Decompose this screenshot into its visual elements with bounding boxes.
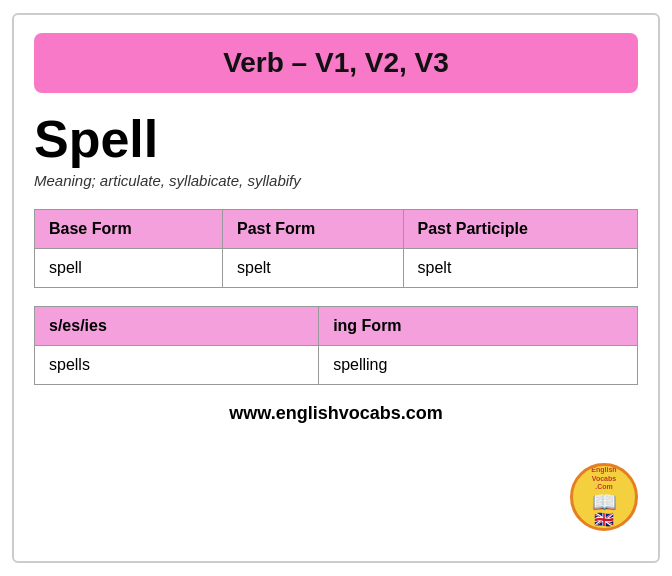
logo-book-icon: 📖 bbox=[592, 492, 617, 512]
website-url: www.englishvocabs.com bbox=[34, 403, 638, 424]
logo-text: EnglishVocabs.Com bbox=[591, 466, 616, 491]
col-base-form: Base Form bbox=[35, 210, 223, 249]
col-ses-ies: s/es/ies bbox=[35, 307, 319, 346]
logo-flag-icon: 🇬🇧 bbox=[594, 512, 614, 528]
word-title: Spell bbox=[34, 111, 638, 168]
col-past-form: Past Form bbox=[223, 210, 404, 249]
table-row: spells spelling bbox=[35, 346, 638, 385]
header-banner: Verb – V1, V2, V3 bbox=[34, 33, 638, 93]
card: Verb – V1, V2, V3 Spell Meaning; articul… bbox=[12, 13, 660, 563]
verb-forms-table: Base Form Past Form Past Participle spel… bbox=[34, 209, 638, 288]
col-past-participle: Past Participle bbox=[403, 210, 637, 249]
cell-ing: spelling bbox=[319, 346, 638, 385]
col-ing-form: ing Form bbox=[319, 307, 638, 346]
logo: EnglishVocabs.Com 📖 🇬🇧 bbox=[570, 463, 638, 531]
cell-base: spell bbox=[35, 249, 223, 288]
word-meaning: Meaning; articulate, syllabicate, syllab… bbox=[34, 172, 638, 189]
table-row: spell spelt spelt bbox=[35, 249, 638, 288]
cell-ses: spells bbox=[35, 346, 319, 385]
cell-past: spelt bbox=[223, 249, 404, 288]
header-title: Verb – V1, V2, V3 bbox=[44, 47, 628, 79]
cell-participle: spelt bbox=[403, 249, 637, 288]
verb-extra-table: s/es/ies ing Form spells spelling bbox=[34, 306, 638, 385]
